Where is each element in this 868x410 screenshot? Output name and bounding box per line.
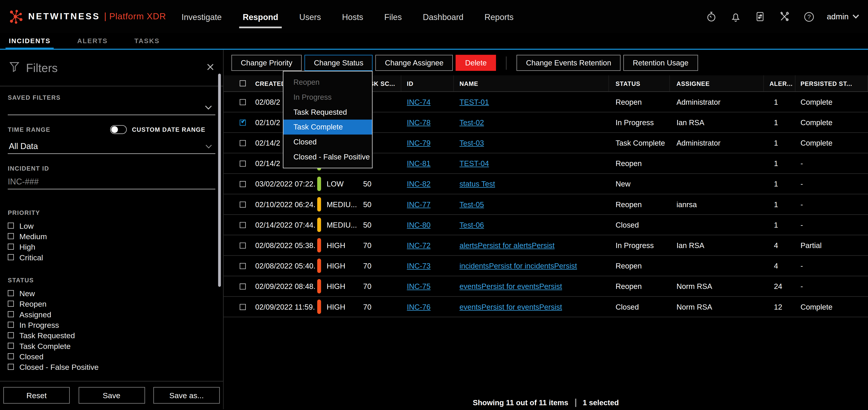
tab-tasks[interactable]: TASKS (131, 33, 163, 49)
incident-name-link[interactable]: status Test (459, 180, 495, 188)
status-option-closed[interactable]: Closed (8, 351, 215, 361)
incident-name-link[interactable]: Test-05 (459, 200, 484, 209)
menu-item-closed-false-positive[interactable]: Closed - False Positive (283, 150, 372, 164)
incident-id-link[interactable]: INC-79 (407, 139, 431, 147)
priority-option-critical[interactable]: Critical (8, 252, 215, 262)
nav-item-users[interactable]: Users (298, 0, 322, 33)
sliders-icon[interactable] (754, 11, 765, 22)
menu-item-task-requested[interactable]: Task Requested (283, 105, 372, 120)
row-checkbox[interactable] (240, 283, 246, 289)
incident-id-link[interactable]: INC-73 (407, 262, 431, 270)
change-events-retention-button[interactable]: Change Events Retention (517, 55, 621, 71)
checkbox[interactable] (8, 233, 14, 239)
incident-id-input[interactable] (8, 174, 215, 189)
incident-name-link[interactable]: TEST-01 (459, 98, 489, 106)
incident-id-link[interactable]: INC-78 (407, 118, 431, 127)
checkbox[interactable] (8, 311, 14, 317)
status-option-in-progress[interactable]: In Progress (8, 319, 215, 330)
select-all-checkbox[interactable] (240, 80, 246, 86)
checkbox[interactable] (8, 364, 14, 370)
nav-item-respond[interactable]: Respond (242, 0, 279, 33)
col-header-alerts[interactable]: ALER... (764, 75, 796, 92)
row-checkbox[interactable] (240, 160, 246, 166)
custom-date-range-toggle[interactable] (111, 125, 127, 134)
tab-alerts[interactable]: ALERTS (74, 33, 111, 49)
incident-id-link[interactable]: INC-82 (407, 180, 431, 188)
incident-name-link[interactable]: TEST-04 (459, 159, 489, 168)
status-option-assigned[interactable]: Assigned (8, 309, 215, 319)
stopwatch-icon[interactable] (706, 11, 717, 22)
retention-usage-button[interactable]: Retention Usage (623, 55, 698, 71)
priority-option-high[interactable]: High (8, 242, 215, 252)
status-option-closed-false-positive[interactable]: Closed - False Positive (8, 361, 215, 372)
incident-id-link[interactable]: INC-80 (407, 221, 431, 229)
status-option-task-requested[interactable]: Task Requested (8, 330, 215, 341)
checkbox[interactable] (8, 332, 14, 339)
row-checkbox[interactable] (240, 222, 246, 228)
priority-option-medium[interactable]: Medium (8, 231, 215, 241)
change-status-button[interactable]: Change Status (305, 55, 373, 71)
menu-item-closed[interactable]: Closed (283, 134, 372, 150)
checkbox[interactable] (8, 254, 14, 260)
incident-id-link[interactable]: INC-74 (407, 98, 431, 106)
checkbox[interactable] (8, 290, 14, 296)
priority-option-low[interactable]: Low (8, 220, 215, 231)
nav-item-investigate[interactable]: Investigate (180, 0, 223, 33)
incident-name-link[interactable]: incidentsPersist for incidentsPersist (459, 262, 577, 270)
incident-id-link[interactable]: INC-75 (407, 282, 431, 290)
row-checkbox[interactable] (240, 242, 246, 248)
row-checkbox[interactable] (240, 201, 246, 208)
row-checkbox[interactable] (240, 119, 246, 125)
col-header-assignee[interactable]: ASSIGNEE (670, 75, 764, 92)
save-button[interactable]: Save (79, 387, 145, 404)
tab-incidents[interactable]: INCIDENTS (5, 33, 54, 49)
close-icon[interactable] (207, 63, 214, 73)
time-range-select[interactable]: All Data (8, 139, 215, 154)
panel-scrollbar[interactable] (218, 73, 221, 287)
status-option-task-complete[interactable]: Task Complete (8, 341, 215, 351)
tools-icon[interactable] (778, 11, 789, 22)
status-cell: Reopen (609, 98, 670, 106)
row-checkbox[interactable] (240, 181, 246, 187)
nav-item-files[interactable]: Files (383, 0, 403, 33)
row-checkbox[interactable] (240, 304, 246, 310)
checkbox[interactable] (8, 244, 14, 250)
checkbox[interactable] (8, 223, 14, 229)
save-as-button[interactable]: Save as... (153, 387, 220, 404)
checkbox[interactable] (8, 301, 14, 307)
bell-icon[interactable] (730, 11, 741, 22)
row-checkbox[interactable] (240, 99, 246, 105)
incident-id-link[interactable]: INC-76 (407, 303, 431, 311)
delete-button[interactable]: Delete (456, 55, 496, 71)
col-header-status[interactable]: STATUS (609, 75, 670, 92)
col-header-persisted-status[interactable]: PERSISTED ST... (796, 75, 868, 92)
incident-name-link[interactable]: Test-03 (459, 139, 484, 147)
checkbox[interactable] (8, 322, 14, 328)
change-priority-button[interactable]: Change Priority (231, 55, 302, 71)
incident-name-link[interactable]: eventsPersist for eventsPersist (459, 303, 562, 311)
incident-id-link[interactable]: INC-77 (407, 200, 431, 209)
col-header-id[interactable]: ID (401, 75, 454, 92)
incident-id-link[interactable]: INC-72 (407, 241, 431, 250)
row-checkbox[interactable] (240, 263, 246, 269)
user-menu[interactable]: admin (827, 12, 859, 21)
col-header-name[interactable]: NAME (454, 75, 609, 92)
nav-item-reports[interactable]: Reports (483, 0, 515, 33)
status-option-reopen[interactable]: Reopen (8, 298, 215, 309)
row-checkbox[interactable] (240, 140, 246, 146)
nav-item-hosts[interactable]: Hosts (341, 0, 364, 33)
incident-name-link[interactable]: eventsPersist for eventsPersist (459, 282, 562, 290)
nav-item-dashboard[interactable]: Dashboard (422, 0, 465, 33)
incident-name-link[interactable]: alertsPersist for alertsPersist (459, 241, 555, 250)
reset-button[interactable]: Reset (3, 387, 70, 404)
incident-name-link[interactable]: Test-06 (459, 221, 484, 229)
menu-item-task-complete[interactable]: Task Complete (283, 120, 372, 135)
checkbox[interactable] (8, 353, 14, 359)
incident-id-link[interactable]: INC-81 (407, 159, 431, 168)
checkbox[interactable] (8, 343, 14, 349)
change-assignee-button[interactable]: Change Assignee (376, 55, 453, 71)
saved-filters-select[interactable] (8, 101, 215, 115)
status-option-new[interactable]: New (8, 288, 215, 298)
help-icon[interactable]: ? (803, 11, 815, 23)
incident-name-link[interactable]: Test-02 (459, 118, 484, 127)
